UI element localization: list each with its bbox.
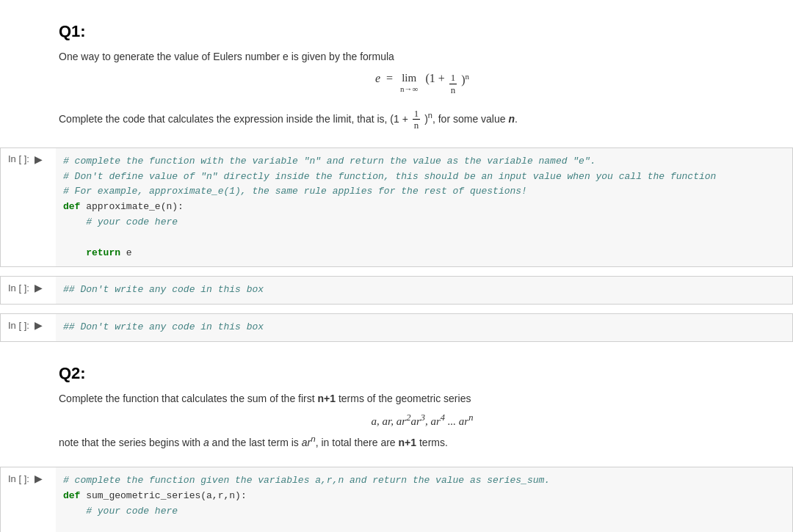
cell-label-2: In [ ]: ▶	[1, 277, 56, 304]
code-line-1: # complete the function with the variabl…	[63, 154, 785, 170]
q1-body: Complete the code that calculates the ex…	[59, 108, 786, 131]
cell-in-label-2: In [ ]:	[8, 283, 29, 294]
cell-label-row-3: In [ ]: ▶	[8, 318, 46, 332]
code-line-3: # For example, approximate_e(1), the sam…	[63, 184, 785, 200]
q2-note: note that the series begins with a and t…	[59, 432, 786, 451]
code-content-1[interactable]: # complete the function with the variabl…	[56, 148, 792, 267]
inline-fraction: 1 n	[413, 108, 421, 131]
q2-n1-bold: n+1	[318, 393, 336, 404]
code-line-2: # Don't define value of "n" directly ins…	[63, 170, 785, 185]
code-line-dont-1: ## Don't write any code in this box	[63, 283, 785, 298]
q1-heading: Q1:	[59, 22, 786, 41]
euler-formula: e = lim n→∞ (1 + 1 n )n	[59, 72, 786, 95]
cell-label-3: In [ ]: ▶	[1, 314, 56, 341]
cell-in-label-1: In [ ]:	[8, 153, 29, 164]
q2-code-line-1: # complete the function given the variab…	[63, 473, 785, 489]
italic-a: a	[203, 437, 209, 448]
code-content-2[interactable]: ## Don't write any code in this box	[56, 277, 792, 304]
q2-code-line-4	[63, 520, 785, 532]
q1-code-cell-2: In [ ]: ▶ ## Don't write any code in thi…	[0, 276, 793, 305]
cell-in-label-4: In [ ]:	[8, 473, 29, 484]
q2-n1-bold2: n+1	[399, 437, 417, 448]
q2-intro-p: Complete the function that calculates th…	[59, 390, 786, 407]
q2-code-cell-1: In [ ]: ▶ # complete the function given …	[0, 467, 793, 532]
notebook-container: Q1: One way to generate the value of Eul…	[0, 0, 793, 532]
limit-notation: lim n→∞	[400, 72, 418, 93]
q2-code-line-2: def sum_geometric_series(a,r,n):	[63, 489, 785, 504]
formula-expression: e = lim n→∞ (1 + 1 n )n	[375, 72, 469, 95]
code-content-3[interactable]: ## Don't write any code in this box	[56, 314, 792, 341]
q1-code-cell-3: In [ ]: ▶ ## Don't write any code in thi…	[0, 313, 793, 342]
geo-series-display: a, ar, ar2ar3, ar4 ... arn	[59, 412, 786, 428]
q2-markdown: Q2: Complete the function that calculate…	[0, 357, 793, 464]
code-line-6	[63, 230, 785, 246]
cell-label-row-4: In [ ]: ▶	[8, 472, 46, 485]
run-button-2[interactable]: ▶	[32, 281, 46, 294]
q1-intro: One way to generate the value of Eulers …	[59, 48, 786, 65]
cell-in-label-3: In [ ]:	[8, 320, 29, 331]
run-button-4[interactable]: ▶	[32, 472, 46, 485]
e-var: e	[375, 72, 380, 85]
code-line-4: def approximate_e(n):	[63, 200, 785, 215]
italic-arn: arn	[302, 437, 316, 448]
code-content-4[interactable]: # complete the function given the variab…	[56, 467, 792, 532]
code-line-5: # your code here	[63, 215, 785, 230]
cell-label-4: In [ ]: ▶	[1, 467, 56, 532]
q2-heading: Q2:	[59, 364, 786, 383]
q2-code-line-3: # your code here	[63, 504, 785, 520]
code-line-7: return e	[63, 246, 785, 261]
q1-code-cell-1: In [ ]: ▶ # complete the function with t…	[0, 147, 793, 268]
fraction-1-over-n: 1 n	[449, 72, 457, 95]
run-button-1[interactable]: ▶	[32, 153, 46, 166]
cell-label-row-1: In [ ]: ▶	[8, 153, 46, 166]
cell-label-row-2: In [ ]: ▶	[8, 281, 46, 294]
code-line-dont-2: ## Don't write any code in this box	[63, 320, 785, 335]
cell-label-1: In [ ]: ▶	[1, 148, 56, 267]
q1-markdown: Q1: One way to generate the value of Eul…	[0, 15, 793, 145]
run-button-3[interactable]: ▶	[32, 318, 46, 332]
